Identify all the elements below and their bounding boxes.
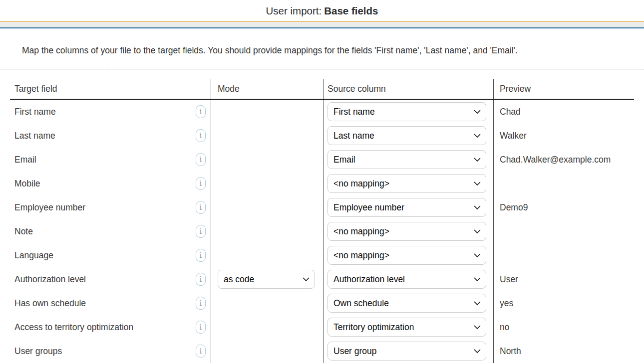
mode-cell [211,219,323,243]
source-column-select[interactable]: <no mapping> [327,222,486,241]
mode-cell [211,124,323,148]
table-row: Employee number i Employee number Demo9 [10,195,634,219]
source-column-select[interactable]: First name [327,102,486,121]
column-header-mode: Mode [211,79,323,99]
info-icon[interactable]: i [196,153,206,166]
table-row: Access to territory optimization i Terri… [10,315,634,339]
source-column-select[interactable]: Own schedule [327,294,486,313]
page-title-prefix: User import: [266,5,322,17]
table-row: Has own schedule i Own schedule yes [10,291,634,315]
preview-value [493,219,634,243]
table-row: Mobile i <no mapping> [10,172,634,195]
mapping-table: Target field Mode Source column Preview … [10,79,634,363]
target-field-label: Note [14,226,33,237]
column-header-preview: Preview [493,79,634,99]
target-field-label: User groups [14,346,62,357]
page-title-emphasis: Base fields [324,5,378,17]
table-row: Authorization level i as code Authorizat… [10,267,634,291]
target-field-label: Has own schedule [14,298,86,309]
table-row: Language i <no mapping> [10,243,634,267]
source-column-select[interactable]: <no mapping> [327,246,486,265]
table-row: First name i First name Chad [10,100,634,124]
table-row: Email i Email Chad.Walker@example.com [10,148,634,172]
page-title: User import: Base fields [0,0,644,21]
target-field-label: Employee number [14,202,85,213]
header-divider [0,21,644,28]
intro-text: Map the columns of your file to the targ… [22,45,518,56]
info-icon[interactable]: i [196,105,206,118]
preview-value: North [493,339,634,363]
info-icon[interactable]: i [196,201,206,214]
preview-value: Chad.Walker@example.com [493,148,634,172]
preview-value: User [493,267,634,291]
info-icon[interactable]: i [196,345,206,358]
target-field-label: Email [14,155,36,165]
info-icon[interactable]: i [196,321,206,334]
table-row: Note i <no mapping> [10,219,634,243]
target-field-label: Mobile [14,179,40,189]
mode-cell [211,291,323,315]
target-field-label: Access to territory optimization [14,322,133,333]
source-column-select[interactable]: User group [327,342,486,361]
mode-cell: as code [211,267,323,291]
info-icon[interactable]: i [196,273,206,286]
table-header-row: Target field Mode Source column Preview [10,79,634,100]
info-icon[interactable]: i [196,225,206,238]
mode-cell [211,172,323,195]
target-field-label: Authorization level [14,274,86,285]
mode-select[interactable]: as code [218,270,315,289]
source-column-select[interactable]: Territory optimization [327,318,486,337]
preview-value: Walker [493,124,634,148]
info-icon[interactable]: i [196,177,206,190]
source-column-select[interactable]: Email [327,150,486,169]
mode-cell [211,148,323,172]
preview-value [493,243,634,267]
target-field-label: Last name [14,131,55,141]
preview-value: Demo9 [493,195,634,219]
intro-section: Map the columns of your file to the targ… [0,28,644,69]
mode-cell [211,195,323,219]
target-field-label: First name [14,107,56,117]
target-field-label: Language [14,250,53,261]
table-row: Last name i Last name Walker [10,124,634,148]
column-header-source-column: Source column [323,79,493,99]
info-icon[interactable]: i [196,249,206,262]
source-column-select[interactable]: Authorization level [327,270,486,289]
preview-value [493,172,634,195]
mode-cell [211,100,323,124]
source-column-select[interactable]: Employee number [327,198,486,217]
preview-value: Chad [493,100,634,124]
mode-cell [211,339,323,363]
column-header-target-field: Target field [10,79,211,99]
source-column-select[interactable]: Last name [327,126,486,145]
preview-value: no [493,315,634,339]
info-icon[interactable]: i [196,297,206,310]
mode-cell [211,315,323,339]
info-icon[interactable]: i [196,129,206,142]
mode-cell [211,243,323,267]
source-column-select[interactable]: <no mapping> [327,174,486,193]
preview-value: yes [493,291,634,315]
table-row: User groups i User group North [10,339,634,363]
